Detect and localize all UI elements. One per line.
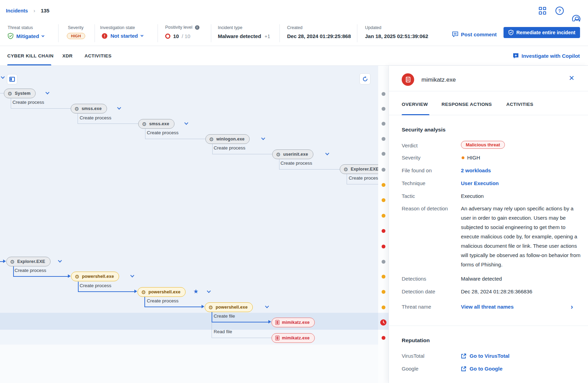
expand-chevron-icon[interactable] xyxy=(325,151,329,155)
event-dot[interactable] xyxy=(382,183,385,187)
technique-link[interactable]: User Execution xyxy=(461,180,499,186)
edge-label: Create process xyxy=(80,283,112,288)
threat-status-label: Threat status xyxy=(8,25,33,30)
verdict-badge: Malicious threat xyxy=(461,141,505,149)
panel-tab-overview[interactable]: OVERVIEW xyxy=(402,102,428,107)
divider xyxy=(357,24,357,42)
process-tree-canvas[interactable]: Create process Create process Create pro… xyxy=(0,66,378,383)
edge-arrow-icon xyxy=(202,305,204,308)
event-dot[interactable] xyxy=(382,260,385,264)
go-to-google-link[interactable]: Go to Google xyxy=(470,366,502,372)
event-dot[interactable] xyxy=(382,214,385,218)
expand-chevron-icon[interactable] xyxy=(45,90,49,94)
process-node-powershell-2[interactable]: ⚙powershell.exe xyxy=(137,287,186,297)
copilot-icon xyxy=(513,53,519,59)
file-node-mimikatz[interactable]: mimikatz.exe xyxy=(271,318,315,327)
tab-cyber-kill-chain[interactable]: CYBER KILL CHAIN xyxy=(7,53,54,58)
process-node-powershell-3[interactable]: ⚙powershell.exe xyxy=(205,302,253,312)
threat-status-value[interactable]: Mitigated xyxy=(8,33,44,39)
toggle-panel-button[interactable] xyxy=(7,74,17,84)
detections-value: Malware detected xyxy=(461,276,502,282)
post-comment-button[interactable]: Post comment xyxy=(452,31,497,37)
expand-chevron-icon[interactable] xyxy=(261,136,265,140)
threat-name-label: Threat name xyxy=(402,304,431,310)
gear-icon: ⚙ xyxy=(276,152,281,157)
file-found-on-label: File found on xyxy=(402,167,432,173)
chevron-right-icon[interactable]: › xyxy=(571,303,573,311)
process-node-smss-2[interactable]: ⚙smss.exe xyxy=(138,119,175,129)
workloads-link[interactable]: 2 workloads xyxy=(461,167,491,173)
expand-chevron-icon[interactable] xyxy=(117,106,121,109)
edge-label: Create process xyxy=(147,298,179,303)
event-dot[interactable] xyxy=(382,152,385,156)
expand-chevron-icon[interactable] xyxy=(184,121,188,125)
chevron-down-icon xyxy=(141,34,143,37)
external-link-icon xyxy=(461,366,466,372)
event-dot[interactable] xyxy=(382,306,385,309)
edge-label: Create process xyxy=(214,145,246,151)
tactic-label: Tactic xyxy=(402,193,415,199)
event-dot[interactable] xyxy=(382,137,385,141)
help-icon[interactable]: ? xyxy=(555,7,564,15)
event-dot[interactable] xyxy=(382,198,385,202)
detection-date-label: Detection date xyxy=(402,289,435,294)
breadcrumb-incidents-link[interactable]: Incidents xyxy=(6,8,28,13)
process-node-system[interactable]: ⚙System xyxy=(4,89,36,98)
process-node-explorer-clipped[interactable]: ⚙Explorer.EXE xyxy=(340,164,378,174)
incident-type-extra-count[interactable]: +1 xyxy=(265,34,270,39)
edge xyxy=(0,93,4,93)
event-dot[interactable] xyxy=(382,336,385,340)
divider xyxy=(158,24,158,42)
tab-xdr[interactable]: XDR xyxy=(62,53,73,58)
expand-chevron-icon[interactable] xyxy=(265,304,269,308)
breadcrumb-chevron-icon: › xyxy=(34,8,35,13)
panel-title: mimikatz.exe xyxy=(421,76,456,83)
severity-dot-icon xyxy=(462,156,464,159)
process-node-winlogon[interactable]: ⚙winlogon.exe xyxy=(205,134,250,144)
apps-grid-icon[interactable] xyxy=(539,7,546,15)
gear-icon: ⚙ xyxy=(75,274,80,279)
selected-row-highlight xyxy=(0,313,378,330)
event-dot[interactable] xyxy=(382,290,385,294)
event-dot[interactable] xyxy=(382,168,385,172)
collapse-tree-chevron-icon[interactable] xyxy=(1,75,5,79)
info-icon[interactable]: i xyxy=(195,25,199,30)
detections-label: Detections xyxy=(402,276,426,282)
divider xyxy=(279,24,280,42)
process-node-userinit[interactable]: ⚙userinit.exe xyxy=(272,149,313,159)
process-node-powershell[interactable]: ⚙powershell.exe xyxy=(71,272,119,281)
view-all-threat-names-link[interactable]: View all threat names xyxy=(461,304,514,310)
remediate-incident-button[interactable]: Remediate entire incident xyxy=(504,27,580,38)
incident-type-label: Incident type xyxy=(218,25,242,30)
event-dot[interactable] xyxy=(382,245,385,248)
event-dot[interactable] xyxy=(382,275,385,279)
file-node-mimikatz-2[interactable]: mimikatz.exe xyxy=(271,333,315,343)
event-dot[interactable] xyxy=(382,107,385,111)
panel-tab-response-actions[interactable]: RESPONSE ACTIONS xyxy=(442,102,492,107)
event-dot[interactable] xyxy=(382,92,385,96)
investigation-state-value[interactable]: ! Not started xyxy=(102,33,143,39)
close-icon[interactable]: × xyxy=(569,74,574,81)
expand-chevron-icon[interactable] xyxy=(207,289,211,293)
edge-label: Create process xyxy=(80,115,112,120)
selected-event-clock-icon[interactable] xyxy=(380,319,386,326)
tab-activities[interactable]: ACTIVITIES xyxy=(84,53,112,58)
event-dot[interactable] xyxy=(382,229,385,233)
expand-chevron-icon[interactable] xyxy=(58,258,62,262)
event-dot[interactable] xyxy=(382,122,385,126)
process-node-explorer[interactable]: ⚙Explorer.EXE xyxy=(6,257,51,266)
go-to-virustotal-link[interactable]: Go to VirusTotal xyxy=(470,353,509,359)
bookmark-star-icon[interactable]: ★ xyxy=(193,288,198,295)
file-detail-panel: mimikatz.exe × OVERVIEW RESPONSE ACTIONS… xyxy=(389,66,588,383)
process-node-smss[interactable]: ⚙smss.exe xyxy=(71,104,107,113)
edge-label: Create process xyxy=(349,175,378,181)
row-highlight xyxy=(0,330,378,345)
panel-tab-activities[interactable]: ACTIVITIES xyxy=(506,102,533,107)
expand-chevron-icon[interactable] xyxy=(130,273,134,277)
active-tab-underline xyxy=(402,114,429,115)
refresh-button[interactable] xyxy=(359,73,371,84)
breadcrumb-incident-id: 135 xyxy=(41,8,50,13)
detection-date-value: Dec 28, 2024 01:28:26:366836 xyxy=(461,289,532,294)
edge-label: Create process xyxy=(12,100,44,105)
investigate-with-copilot-button[interactable]: Investigate with Copilot xyxy=(513,53,580,59)
